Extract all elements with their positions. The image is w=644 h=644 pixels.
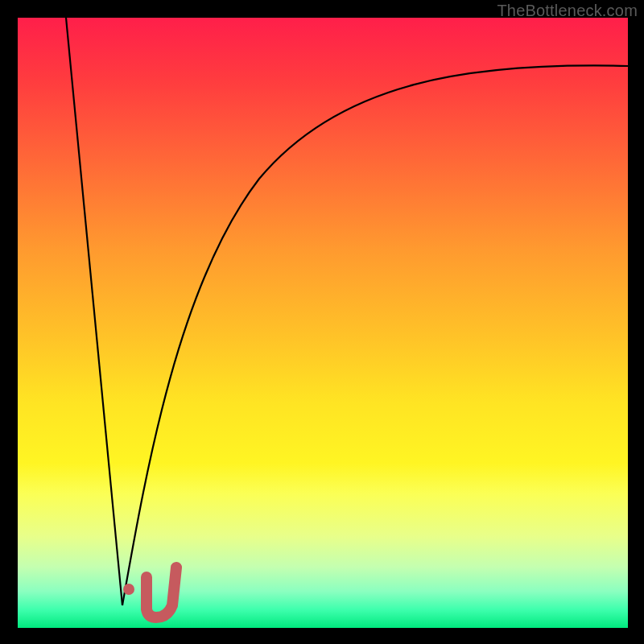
- plot-area: [18, 18, 628, 628]
- watermark-text: TheBottleneck.com: [497, 2, 638, 20]
- chart-frame: TheBottleneck.com: [0, 0, 644, 644]
- left-slope-line: [66, 18, 122, 605]
- marker-j-stroke: [147, 568, 176, 617]
- curve-layer: [18, 18, 628, 628]
- right-curve-line: [122, 65, 628, 605]
- marker-dot: [123, 584, 134, 595]
